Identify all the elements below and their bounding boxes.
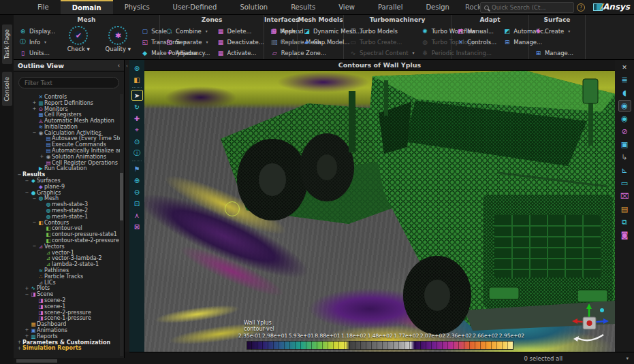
ribbon-button-turbo-models[interactable]: ☐Turbo Models bbox=[348, 26, 416, 36]
ribbon-button-display[interactable]: ⊛Display... bbox=[18, 26, 57, 36]
tree-item-scene-1[interactable]: ◨scene-1 bbox=[14, 303, 120, 310]
menu-item-file[interactable]: File bbox=[26, 0, 61, 14]
palette-bands-icon[interactable]: ▤ bbox=[618, 203, 631, 215]
tree-hscrollbar-thumb[interactable] bbox=[16, 359, 57, 363]
tree-item-automatic-mesh-adaption[interactable]: ◬Automatic Mesh Adaption bbox=[14, 118, 120, 124]
ribbon-button-delete[interactable]: ▦Delete... bbox=[216, 26, 266, 36]
tree-item-cell-register-operations[interactable]: ▤Cell Register Operations bbox=[14, 160, 120, 166]
tree-item-solution-animations[interactable]: +◉Solution Animations bbox=[14, 154, 120, 160]
menu-item-results[interactable]: Results bbox=[279, 0, 327, 14]
menu-item-view[interactable]: View bbox=[327, 0, 366, 14]
tree-item-scene[interactable]: −◨Scene bbox=[14, 291, 120, 297]
zoom-area-icon[interactable]: ⊡ bbox=[131, 198, 143, 209]
ribbon-button-separate[interactable]: ◰Separate▾ bbox=[164, 37, 212, 47]
tree-item-contour-state-2-pressure[interactable]: ◧contour-state-2-pressure bbox=[14, 237, 120, 244]
hide-eye-icon[interactable]: ⊘ bbox=[618, 126, 631, 137]
ribbon-button-info[interactable]: ⓘInfo▾ bbox=[18, 37, 57, 47]
tree-item-vector-3-lambda-2[interactable]: ⊿vector-3-lambda-2 bbox=[14, 256, 120, 262]
ribbon-button-activate[interactable]: ▦Activate... bbox=[216, 48, 266, 58]
tree-item-mesh-state-2[interactable]: ◍mesh-state-2 bbox=[14, 208, 120, 214]
ribbon-button-combine[interactable]: ⬡Combine▾ bbox=[164, 26, 212, 36]
mesh-display-icon[interactable]: ⊛ bbox=[131, 63, 143, 73]
filter-input[interactable]: Filter Text bbox=[18, 77, 119, 88]
tree-scrollbar[interactable] bbox=[120, 94, 123, 356]
surface-shaded-icon[interactable]: ◖ bbox=[618, 87, 631, 99]
ribbon-button-manual[interactable]: ◩Manual... bbox=[456, 26, 498, 36]
menu-item-solution[interactable]: Solution bbox=[228, 0, 279, 14]
tree-hscrollbar[interactable] bbox=[14, 358, 125, 364]
probe-flag-icon[interactable]: ⚑ bbox=[131, 163, 143, 174]
tree-item-controls[interactable]: ✕Controls bbox=[14, 94, 120, 100]
axes-tool-icon[interactable]: ⋏ bbox=[131, 210, 143, 220]
ribbon-button-controls[interactable]: ✕Controls... bbox=[456, 37, 498, 47]
tree-item-plots[interactable]: +∿Plots bbox=[14, 286, 120, 292]
status-caret-icon[interactable]: ▾ bbox=[626, 356, 629, 361]
tree-item-report-definitions[interactable]: +▥Report Definitions bbox=[14, 100, 120, 106]
info-circle-icon[interactable]: ⓘ bbox=[131, 148, 143, 159]
tree-item-automatically-initialize-and-modify-case[interactable]: ▤Automatically Initialize and Modify Cas… bbox=[14, 148, 120, 154]
tree-item-animations[interactable]: +▣Animations bbox=[14, 327, 120, 333]
collapse-panel-icon[interactable]: ‹ bbox=[118, 63, 120, 69]
monitor-view-icon[interactable]: ⌧ bbox=[618, 191, 631, 202]
tree-item-scene-2-pressure[interactable]: ◨scene-2-pressure bbox=[14, 310, 120, 316]
tree-item-dashboard[interactable]: ▦Dashboard bbox=[14, 321, 120, 327]
ribbon-button-adjacency[interactable]: ✦Adjacency... bbox=[164, 48, 212, 58]
zoom-target-icon[interactable]: ⌖ bbox=[131, 125, 143, 135]
tree-item-results[interactable]: −Results bbox=[14, 171, 120, 178]
tree-item-scene-2[interactable]: ◨scene-2 bbox=[14, 297, 120, 303]
tree-item-particle-tracks[interactable]: ∴Particle Tracks bbox=[14, 274, 120, 280]
copy-view-icon[interactable]: ▣ bbox=[618, 139, 631, 150]
eraser-icon[interactable]: ▭ bbox=[618, 178, 631, 189]
side-tab-console[interactable]: Console bbox=[2, 72, 12, 106]
lock-view-icon[interactable]: ⊠ bbox=[131, 221, 143, 232]
tree-item-cell-registers[interactable]: ▦Cell Registers bbox=[14, 112, 120, 118]
tree-item-vectors[interactable]: −⊿Vectors bbox=[14, 244, 120, 250]
tree-item-mesh-state-1[interactable]: ◍mesh-state-1 bbox=[14, 214, 120, 220]
side-tab-task-page[interactable]: Task Page bbox=[2, 24, 12, 64]
menu-item-domain[interactable]: Domain bbox=[61, 0, 113, 14]
contour-display-icon[interactable]: ◧ bbox=[131, 74, 143, 85]
axis-triad[interactable] bbox=[567, 302, 614, 347]
zoom-in-icon[interactable]: ⊕ bbox=[131, 175, 143, 186]
tree-item-monitors[interactable]: +⊙Monitors bbox=[14, 106, 120, 112]
tree-item-parameters-customization[interactable]: +Parameters & Customization bbox=[14, 340, 120, 346]
ribbon-button-check[interactable]: ✔Check ▾ bbox=[61, 26, 96, 52]
tree-item-plane-9[interactable]: ◆plane-9 bbox=[14, 184, 120, 190]
menu-item-user-defined[interactable]: User-Defined bbox=[161, 0, 229, 14]
panel-splitter[interactable]: ‹ bbox=[125, 60, 129, 352]
show-eye-icon[interactable]: ◉ bbox=[618, 113, 631, 125]
tree-item-execute-commands[interactable]: ▤Execute Commands bbox=[14, 142, 120, 148]
zoom-out-icon[interactable]: ⊖ bbox=[131, 186, 143, 197]
tree-item-simulation-reports[interactable]: +Simulation Reports bbox=[14, 345, 120, 351]
tree-scrollbar-thumb[interactable] bbox=[120, 173, 123, 220]
ribbon-button-manage[interactable]: ⊞Manage... bbox=[533, 48, 575, 58]
tree-item-contour-vel[interactable]: ◧contour-vel bbox=[14, 226, 120, 232]
select-pointer-icon[interactable]: ➤ bbox=[131, 90, 143, 101]
tree-item-initialization[interactable]: ≋Initialization bbox=[14, 124, 120, 130]
tree-item-lambda-2-state-1[interactable]: ⊿lambda-2-state-1 bbox=[14, 261, 120, 267]
help-icon[interactable]: ? bbox=[577, 3, 585, 12]
pan-view-icon[interactable]: ✚ bbox=[131, 113, 143, 124]
close-viewport-icon[interactable]: ✕ bbox=[618, 61, 631, 73]
tree-item-pathlines[interactable]: ≈Pathlines bbox=[14, 267, 120, 274]
ribbon-button-deactivate[interactable]: ▦Deactivate... bbox=[216, 37, 266, 47]
tree-item-scene-1-pressure[interactable]: ◨scene-1-pressure bbox=[14, 315, 120, 321]
layers-view-icon[interactable]: ≣ bbox=[618, 74, 631, 86]
tree-item-reports[interactable]: +▥Reports bbox=[14, 333, 120, 340]
tree-item-surfaces[interactable]: −◆Surfaces bbox=[14, 178, 120, 184]
menu-item-design[interactable]: Design bbox=[414, 0, 461, 14]
tree-item-mesh-state-3[interactable]: ◍mesh-state-3 bbox=[14, 201, 120, 208]
axes-chart-icon[interactable]: ⊾ bbox=[618, 165, 631, 176]
tree-item-autosave-every-time-steps[interactable]: ▤Autosave (Every Time Steps) bbox=[14, 136, 120, 142]
overlay-squares-icon[interactable]: ⧉ bbox=[618, 216, 631, 228]
tree-item-mesh[interactable]: −◍Mesh bbox=[14, 196, 120, 202]
snapshot-camera-icon[interactable]: ◙ bbox=[618, 229, 631, 241]
scene-canvas[interactable]: Wall Yplus contour-vel 2.35e-012.98e+015… bbox=[144, 71, 615, 352]
menu-item-physics[interactable]: Physics bbox=[113, 0, 161, 14]
ribbon-button-units[interactable]: ▯Units... bbox=[18, 48, 57, 58]
menu-item-parallel[interactable]: Parallel bbox=[366, 0, 414, 14]
quick-search-input[interactable]: Quick Search (Ct... bbox=[480, 2, 574, 13]
tree-item-run-calculation[interactable]: ▶Run Calculation bbox=[14, 166, 120, 172]
tree-item-vector-1[interactable]: ⊿vector-1 bbox=[14, 250, 120, 256]
tree-item-contours[interactable]: −◧Contours bbox=[14, 220, 120, 226]
